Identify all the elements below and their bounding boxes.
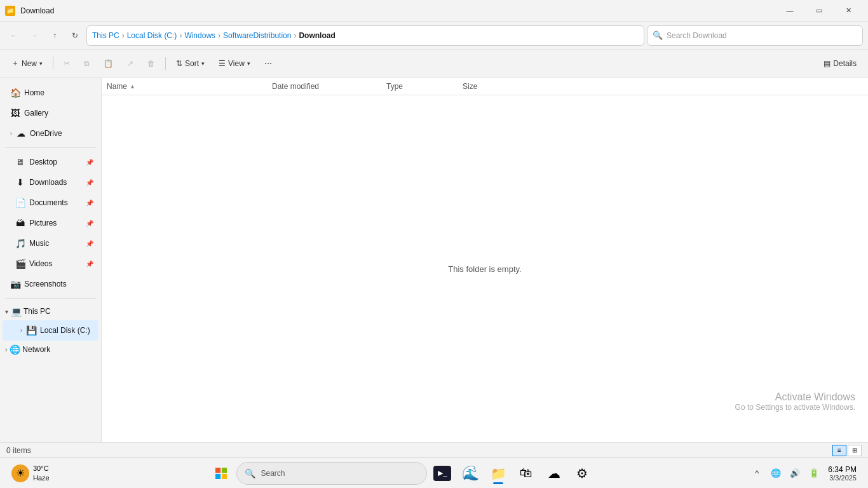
taskbar-center: 🔍 Search ▶_ 🌊 📁 🛍 ☁ ⚙ — [58, 461, 746, 486]
minimize-button[interactable]: — — [775, 0, 804, 22]
tray-network-icon[interactable]: 🌐 — [767, 461, 785, 486]
downloads-icon: ⬇ — [15, 177, 25, 187]
up-button[interactable]: ↑ — [46, 27, 64, 44]
col-size[interactable]: Size — [463, 82, 526, 91]
breadcrumb-localc[interactable]: Local Disk (C:) — [127, 31, 177, 40]
network-expand-icon: › — [5, 346, 7, 353]
sidebar-item-screenshots[interactable]: 📷 Screenshots — [3, 274, 98, 294]
sort-chevron-icon: ▾ — [201, 60, 205, 67]
status-bar: 0 items ≡ ⊞ — [0, 442, 868, 458]
svg-rect-2 — [215, 473, 220, 478]
sidebar-item-localc[interactable]: › 💾 Local Disk (C:) — [3, 320, 98, 341]
tray-chevron[interactable]: ^ — [748, 461, 766, 486]
settings-icon: ⚙ — [576, 466, 588, 481]
taskbar-settings-btn[interactable]: ⚙ — [569, 461, 595, 486]
breadcrumb-sep-4: › — [294, 31, 296, 40]
more-button[interactable]: ⋯ — [258, 53, 278, 74]
details-button[interactable]: ▤ Details — [817, 53, 863, 74]
svg-rect-0 — [215, 468, 220, 473]
copy-button[interactable]: ⧉ — [78, 53, 96, 74]
paste-button[interactable]: 📋 — [97, 53, 119, 74]
terminal-icon: ▶_ — [433, 466, 451, 481]
sidebar-item-home[interactable]: 🏠 Home — [3, 83, 98, 103]
close-button[interactable]: ✕ — [834, 0, 863, 22]
sidebar-item-gallery[interactable]: 🖼 Gallery — [3, 103, 98, 123]
onedrive-icon: ☁ — [16, 128, 26, 139]
breadcrumb-download[interactable]: Download — [299, 31, 335, 40]
view-button[interactable]: ☰ View ▾ — [212, 53, 257, 74]
grid-view-button[interactable]: ⊞ — [848, 445, 862, 456]
explorer-taskbar-icon: 📁 — [491, 466, 506, 481]
sidebar-item-videos[interactable]: 🎬 Videos 📌 — [3, 254, 98, 274]
breadcrumb-windows[interactable]: Windows — [184, 31, 215, 40]
sidebar-label-onedrive: OneDrive — [30, 129, 62, 138]
sidebar-item-desktop[interactable]: 🖥 Desktop 📌 — [3, 152, 98, 172]
taskbar-edge-btn[interactable]: 🌊 — [458, 461, 483, 486]
music-icon: 🎵 — [15, 238, 25, 248]
new-button[interactable]: ＋ New ▾ — [5, 53, 49, 74]
taskbar-search[interactable]: 🔍 Search — [236, 462, 427, 485]
sidebar-label-documents: Documents — [29, 198, 68, 207]
sidebar-item-downloads[interactable]: ⬇ Downloads 📌 — [3, 172, 98, 193]
delete-icon: 🗑 — [147, 59, 155, 68]
details-pane-icon: ▤ — [824, 59, 831, 68]
sidebar-label-pictures: Pictures — [29, 219, 57, 227]
pin-icon-documents: 📌 — [86, 200, 93, 207]
sidebar-item-music[interactable]: 🎵 Music 📌 — [3, 233, 98, 254]
address-box[interactable]: This PC › Local Disk (C:) › Windows › So… — [86, 25, 644, 46]
sort-label: Sort — [185, 59, 199, 68]
list-view-button[interactable]: ≡ — [832, 445, 846, 456]
tray-battery-icon[interactable]: 🔋 — [805, 461, 823, 486]
col-name[interactable]: Name ▲ — [107, 82, 272, 91]
sidebar-separator-1 — [5, 147, 96, 148]
sort-button[interactable]: ⇅ Sort ▾ — [170, 53, 211, 74]
new-chevron-icon: ▾ — [39, 60, 43, 67]
desktop-icon: 🖥 — [15, 157, 25, 167]
maximize-button[interactable]: ▭ — [804, 0, 834, 22]
localc-icon: 💾 — [26, 325, 36, 336]
screenshots-icon: 📷 — [10, 279, 20, 289]
cut-button[interactable]: ✂ — [57, 53, 76, 74]
thispc-icon: 💻 — [11, 306, 21, 316]
sidebar-item-pictures[interactable]: 🏔 Pictures 📌 — [3, 213, 98, 233]
taskbar-clock[interactable]: 6:34 PM 3/3/2025 — [824, 461, 860, 486]
col-type[interactable]: Type — [386, 82, 463, 91]
sidebar-network-header[interactable]: › 🌐 Network — [0, 341, 101, 358]
weather-widget[interactable]: ☀ 30°C Haze — [5, 461, 56, 486]
back-button[interactable]: ← — [5, 27, 23, 44]
sidebar-label-downloads: Downloads — [29, 178, 67, 187]
breadcrumb-softwaredist[interactable]: SoftwareDistribution — [223, 31, 291, 40]
localc-expand-icon: › — [20, 327, 22, 334]
breadcrumb-sep-1: › — [122, 31, 125, 40]
breadcrumb-thispc[interactable]: This PC — [92, 31, 119, 40]
search-box[interactable]: 🔍 Search Download — [647, 25, 863, 46]
column-headers: Name ▲ Date modified Type Size — [102, 78, 868, 95]
pictures-icon: 🏔 — [15, 218, 25, 228]
details-label: Details — [833, 59, 857, 68]
col-size-label: Size — [463, 82, 477, 91]
svg-rect-3 — [222, 473, 227, 478]
start-button[interactable] — [208, 461, 234, 486]
taskbar-explorer-btn[interactable]: 📁 — [485, 461, 511, 486]
sidebar-label-gallery: Gallery — [24, 109, 48, 118]
sidebar-item-onedrive[interactable]: › ☁ OneDrive — [3, 123, 98, 144]
forward-button[interactable]: → — [25, 27, 43, 44]
sidebar-item-documents[interactable]: 📄 Documents 📌 — [3, 193, 98, 213]
weather-condition: Haze — [33, 473, 50, 482]
view-icon: ☰ — [219, 59, 226, 68]
col-type-label: Type — [386, 82, 403, 91]
taskbar-terminal-btn[interactable]: ▶_ — [430, 461, 455, 486]
refresh-button[interactable]: ↻ — [66, 27, 84, 44]
sidebar-label-desktop: Desktop — [29, 158, 57, 166]
empty-message: This folder is empty. — [448, 264, 521, 274]
delete-button[interactable]: 🗑 — [141, 53, 161, 74]
breadcrumb-sep-3: › — [218, 31, 220, 40]
sidebar-label-localc: Local Disk (C:) — [40, 326, 90, 335]
sidebar-thispc-header[interactable]: ▾ 💻 This PC — [0, 302, 101, 320]
taskbar-azure-btn[interactable]: ☁ — [541, 461, 567, 486]
taskbar-store-btn[interactable]: 🛍 — [513, 461, 539, 486]
share-button[interactable]: ↗ — [121, 53, 140, 74]
svg-rect-1 — [222, 468, 227, 473]
col-date[interactable]: Date modified — [272, 82, 386, 91]
tray-speaker-icon[interactable]: 🔊 — [786, 461, 804, 486]
